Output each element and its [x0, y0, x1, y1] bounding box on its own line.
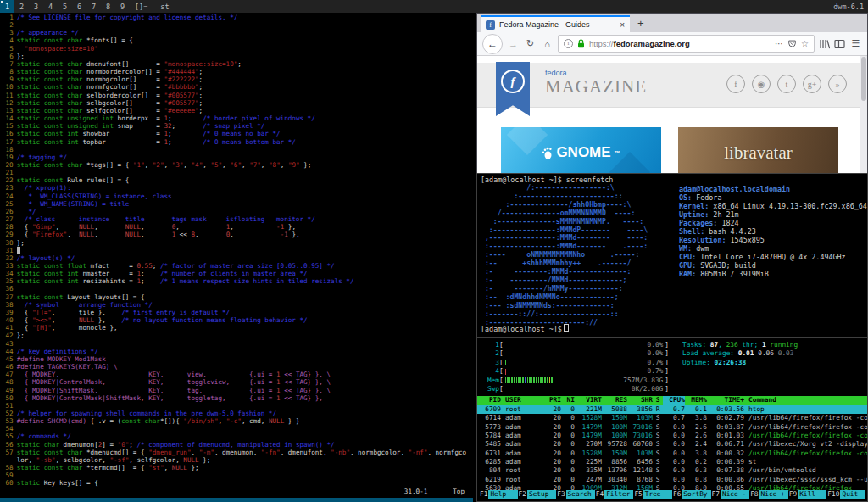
htop-function-keys: F1HelpF2SetupF3SearchF4FilterF5TreeF6Sor…	[479, 490, 865, 499]
fkey-help[interactable]: F1Help	[479, 490, 518, 499]
gnome-logo: GNOME™	[542, 144, 620, 161]
dwm-tag-8[interactable]: 8	[101, 0, 115, 13]
rss-icon[interactable]: »	[828, 75, 847, 93]
home-button[interactable]: ⌂	[541, 39, 554, 49]
fkey-quit[interactable]: F10Quit	[826, 490, 865, 499]
editor-line: 27 /* class instance title tags mask isf…	[2, 215, 473, 223]
dwm-tag-6[interactable]: 6	[72, 0, 86, 13]
editor-line: 58static const char *termcmd[] = { "st",…	[2, 464, 473, 471]
fkey-nice[interactable]: F8Nice +	[749, 490, 788, 499]
fkey-setup[interactable]: F2Setup	[518, 490, 557, 499]
system-info-line: Uptime: 2h 21m	[679, 210, 867, 219]
reload-button[interactable]: ↻	[524, 38, 537, 49]
editor-window[interactable]: 1/* See LICENSE file for copyright and l…	[0, 13, 473, 502]
process-table-header[interactable]: PIDUSERPRINIVIRTRESSHRSCPU%MEM%TIME+Comm…	[477, 396, 867, 404]
htop-terminal[interactable]: 1[0.0%]2[0.0%]3[0.7%]4[0.7%]Mem[757M/3.8…	[476, 337, 868, 502]
meter-mem: Mem[757M/3.83G]	[481, 376, 669, 385]
vim-scroll-position: Top	[453, 488, 465, 495]
process-table: PIDUSERPRINIVIRTRESSHRSCPU%MEM%TIME+Comm…	[477, 396, 867, 493]
article-gnome[interactable]: GNOME™	[501, 127, 661, 173]
dwm-tag-4[interactable]: 4	[43, 0, 58, 13]
editor-line: 48 { MODKEY|ControlMask, KEY, toggleview…	[2, 378, 473, 386]
meter-4: 4[0.7%]	[481, 367, 669, 376]
scrollbar-thumb[interactable]	[861, 57, 866, 101]
editor-line: 47 { MODKEY, KEY, view, {.ui = 1 << TAG}…	[2, 371, 473, 378]
hamburger-menu-icon[interactable]: ☰	[849, 38, 862, 49]
library-icon[interactable]	[819, 39, 830, 49]
dwm-tag-2[interactable]: 2	[14, 0, 29, 13]
new-tab-button[interactable]: +	[630, 17, 652, 30]
screenfetch-terminal[interactable]: [adam@localhost ~]$ screenfetch /:------…	[476, 173, 868, 337]
process-row[interactable]: 6731adam2001528M150M103MS0.03.80:00.32/u…	[477, 449, 867, 458]
editor-line: 54	[2, 425, 473, 432]
fkey-nice[interactable]: F7Nice -	[711, 490, 750, 499]
google-plus-icon[interactable]: g+	[803, 75, 821, 93]
fkey-tree[interactable]: F5Tree	[633, 490, 672, 499]
dwm-tag-5[interactable]: 5	[58, 0, 72, 13]
tab-close-icon[interactable]: ×	[620, 20, 625, 30]
process-row[interactable]: 5784adam2001479M100M73016S0.02.60:01.03/…	[477, 432, 867, 440]
firefox-page-content: f fedora MAGAZINE f◉tg+»	[477, 56, 867, 173]
facebook-icon[interactable]: f	[726, 75, 745, 93]
brand-magazine: MAGAZINE	[545, 77, 647, 96]
back-button[interactable]: ←	[482, 34, 503, 54]
dwm-tag-9[interactable]: 9	[115, 0, 130, 13]
vim-buffer[interactable]: 1/* See LICENSE file for copyright and l…	[2, 14, 473, 490]
fedora-f-logo: f	[501, 70, 525, 93]
pocket-icon[interactable]	[787, 39, 797, 48]
process-row[interactable]: 6285adam200225M88566456S0.00.20:00.39st	[477, 458, 867, 466]
process-row[interactable]: 5485adam200270M9572860760S0.02.40:06.71/…	[477, 440, 867, 449]
editor-line: 22static const Rule rules[] = {	[2, 176, 473, 184]
fkey-kill[interactable]: F9Kill	[788, 490, 827, 499]
page-info-icon[interactable]: i	[564, 39, 573, 48]
editor-line: 29 { "Firefox", NULL, NULL, 1 << 8, 0, -…	[2, 231, 473, 238]
meter-1: 1[0.0%]	[481, 341, 669, 349]
process-row[interactable]: 6714adam2001528M150M103MS0.73.80:02.79/u…	[477, 414, 867, 422]
page-actions-icon[interactable]: ⋯	[775, 39, 783, 48]
fedora-magazine-header: f fedora MAGAZINE f◉tg+»	[477, 63, 860, 108]
url-bar[interactable]: i https:// fedoramagazine.org ⋯ ☆	[558, 35, 815, 53]
editor-line: 43	[2, 340, 473, 348]
dwm-tag-1[interactable]: 1	[0, 0, 14, 13]
instagram-icon[interactable]: ◉	[752, 75, 771, 93]
meter-3: 3[0.7%]	[481, 359, 669, 367]
process-row[interactable]: 5773adam2001479M100M73016S0.02.60:03.87/…	[477, 423, 867, 432]
editor-line: 14static const unsigned int borderpx = 1…	[2, 114, 473, 122]
editor-line: 16static const int showbar = 1; /* 0 mea…	[2, 130, 473, 137]
shell-prompt[interactable]: [adam@localhost ~]$	[481, 324, 569, 333]
scrollbar[interactable]	[860, 56, 867, 173]
dwm-tag-3[interactable]: 3	[29, 0, 43, 13]
tab-favicon: f	[486, 20, 495, 30]
article-thumbnails: GNOME™ libravatar	[501, 127, 838, 173]
dwm-layout-symbol[interactable]: []=	[130, 0, 153, 13]
libravatar-title: libravatar	[724, 142, 792, 164]
process-row[interactable]: 804root200335M1379612148S0.00.30:07.38/u…	[477, 466, 867, 475]
editor-line: 12static const char selbgcolor[] = "#005…	[2, 99, 473, 107]
fedora-logo-badge[interactable]: f	[496, 62, 530, 116]
tab-fedora-magazine[interactable]: f Fedora Magazine - Guides ×	[481, 15, 630, 32]
fkey-filter[interactable]: F4Filter	[595, 490, 634, 499]
tasks-line: Tasks: 87, 236 thr; 1 running	[682, 341, 864, 349]
editor-line: 50 { MODKEY|ControlMask|ShiftMask, KEY, …	[2, 394, 473, 402]
article-libravatar[interactable]: libravatar	[678, 127, 838, 173]
bookmark-star-icon[interactable]: ☆	[801, 39, 809, 48]
process-row[interactable]: 6219root200247M303408768S0.00.80:00.86/u…	[477, 476, 867, 484]
editor-line: 13static const char selfgcolor[] = "#eee…	[2, 107, 473, 114]
editor-line: 7static const char dmenufont[] = "monosp…	[2, 60, 473, 68]
editor-line: 34static const int nmaster = 1; /* numbe…	[2, 270, 473, 277]
dwm-tag-7[interactable]: 7	[86, 0, 101, 13]
process-row[interactable]: 6709root200221M50883856R0.70.10:03.56hto…	[477, 405, 867, 414]
twitter-icon[interactable]: t	[777, 75, 796, 93]
forward-button[interactable]: →	[507, 39, 520, 49]
terminal-cursor	[564, 324, 570, 332]
fkey-search[interactable]: F3Search	[556, 490, 595, 499]
firefox-window[interactable]: f Fedora Magazine - Guides × + ← → ↻ ⌂ i…	[476, 13, 868, 173]
url-scheme: https://	[589, 39, 614, 48]
site-brand[interactable]: fedora MAGAZINE	[545, 69, 647, 96]
firefox-tab-bar: f Fedora Magazine - Guides × +	[477, 14, 867, 32]
editor-line: 57static const char *dmenucmd[] = { "dme…	[2, 449, 473, 456]
sidebar-toggle-icon[interactable]	[834, 39, 845, 49]
editor-line: 51	[2, 402, 473, 410]
fkey-sortby[interactable]: F6SortBy	[672, 490, 711, 499]
editor-line: lor, "-sb", selbgcolor, "-sf", selfgcolo…	[2, 456, 473, 464]
